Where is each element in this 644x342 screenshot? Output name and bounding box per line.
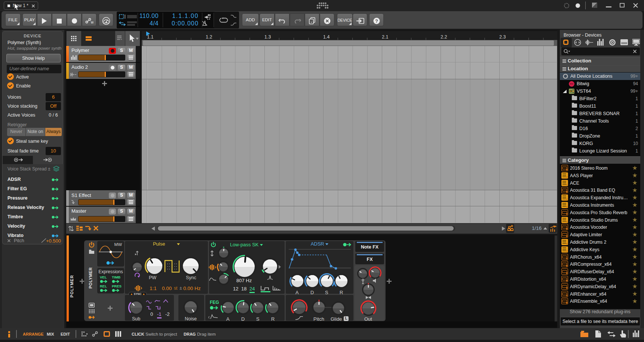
svg-text:w: w	[91, 20, 93, 24]
svg-text:?: ?	[375, 18, 378, 24]
